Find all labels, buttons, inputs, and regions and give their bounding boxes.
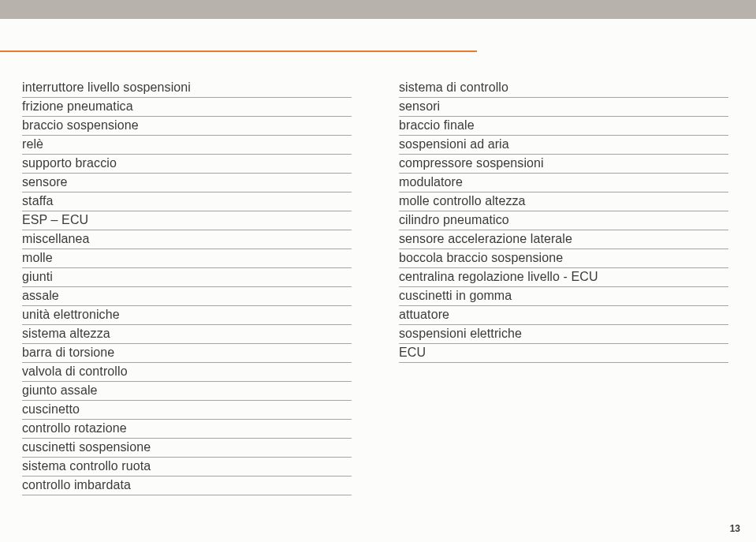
left-column: interruttore livello sospensioni frizion… [22, 79, 352, 495]
list-item: barra di torsione [22, 344, 352, 363]
page-number: 13 [730, 523, 740, 534]
list-item: ESP – ECU [22, 211, 352, 230]
list-item: supporto braccio [22, 155, 352, 174]
list-item: giunto assale [22, 382, 352, 401]
list-item: centralina regolazione livello - ECU [399, 268, 728, 287]
list-item: ECU [399, 344, 728, 363]
list-item: sistema controllo ruota [22, 458, 352, 477]
list-item: sensori [399, 98, 728, 117]
list-item: controllo rotazione [22, 420, 352, 439]
list-item: cuscinetto [22, 401, 352, 420]
list-item: staffa [22, 193, 352, 211]
list-item: relè [22, 136, 352, 155]
list-item: frizione pneumatica [22, 98, 352, 117]
list-item: molle [22, 249, 352, 268]
list-item: sistema di controllo [399, 79, 728, 98]
list-item: valvola di controllo [22, 363, 352, 382]
list-item: sensore accelerazione laterale [399, 230, 728, 249]
list-item: cuscinetti in gomma [399, 287, 728, 306]
content-columns: interruttore livello sospensioni frizion… [0, 79, 756, 495]
list-item: molle controllo altezza [399, 193, 728, 211]
list-item: controllo imbardata [22, 477, 352, 495]
list-item: giunti [22, 268, 352, 287]
list-item: modulatore [399, 174, 728, 193]
list-item: attuatore [399, 306, 728, 325]
list-item: sospensioni ad aria [399, 136, 728, 155]
top-stripe [0, 0, 756, 19]
list-item: cilindro pneumatico [399, 211, 728, 230]
list-item: braccio sospensione [22, 117, 352, 136]
list-item: miscellanea [22, 230, 352, 249]
list-item: unità elettroniche [22, 306, 352, 325]
list-item: interruttore livello sospensioni [22, 79, 352, 98]
list-item: boccola braccio sospensione [399, 249, 728, 268]
list-item: sensore [22, 174, 352, 193]
list-item: sospensioni elettriche [399, 325, 728, 344]
list-item: braccio finale [399, 117, 728, 136]
list-item: cuscinetti sospensione [22, 439, 352, 458]
accent-line [0, 50, 477, 52]
right-column: sistema di controllo sensori braccio fin… [399, 79, 728, 495]
list-item: assale [22, 287, 352, 306]
list-item: sistema altezza [22, 325, 352, 344]
list-item: compressore sospensioni [399, 155, 728, 174]
